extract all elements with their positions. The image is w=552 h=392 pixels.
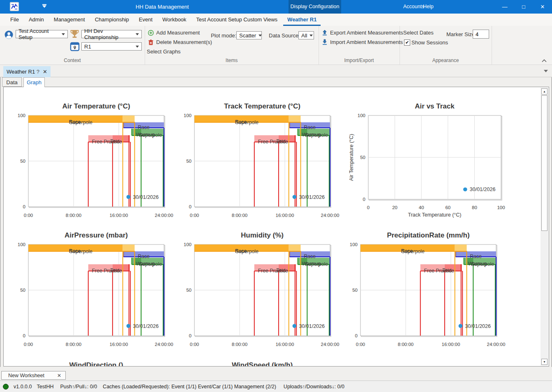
menu-item-event[interactable]: Event (134, 14, 157, 26)
session-label: Race (470, 254, 482, 259)
y-axis-label: Air Temperature (°C) (349, 134, 354, 181)
add-measurement-label: Add Measurement (156, 30, 200, 36)
tab-data[interactable]: Data (2, 77, 22, 87)
x-tick-label: 0:00 (356, 342, 365, 347)
plot-mode-select[interactable]: Scatter (236, 31, 262, 39)
session-label: Test (110, 138, 120, 144)
application-window: { "window": { "title": "HH Data Manageme… (0, 0, 552, 392)
data-source-select[interactable]: All (298, 31, 314, 39)
session-label: Race (138, 254, 150, 259)
measurement-date-label: 30/01/2026 (133, 194, 159, 200)
measurement-date-label: 30/01/2026 (299, 194, 325, 200)
minimize-button[interactable]: — (495, 0, 514, 14)
y-tick-label: 100 (18, 113, 25, 118)
account-select-value: Test Account Setup (18, 28, 59, 40)
y-tick-label: 0 (363, 197, 365, 202)
select-graphs-button[interactable]: Select Graphs (147, 48, 180, 55)
maximize-button[interactable]: □ (514, 0, 533, 14)
chevron-down-icon (309, 35, 313, 37)
delete-measurement-label: Delete Measurement(s) (156, 39, 212, 45)
worksheet-tab[interactable]: New Worksheet ✕ (1, 371, 66, 380)
measurement-point[interactable] (463, 187, 467, 191)
scroll-thumb[interactable] (541, 95, 547, 231)
menu-item-championship[interactable]: Championship (90, 14, 134, 26)
vertical-scrollbar[interactable]: ▲ ▼ (540, 88, 548, 366)
session-label: Test (276, 138, 286, 144)
select-graphs-label: Select Graphs (147, 48, 180, 55)
display-configuration-context-tab[interactable]: Display Configuration (289, 0, 341, 14)
session-label: Test (110, 267, 120, 273)
help-menu[interactable]: Help (423, 0, 434, 14)
show-sessions-checkbox[interactable]: ✔ (404, 39, 410, 46)
y-tick-label: 50 (20, 159, 25, 164)
y-tick-label: 50 (186, 159, 192, 164)
session-label: Superpole (139, 132, 162, 138)
account-select[interactable]: Test Account Setup (16, 30, 68, 38)
session-band (289, 115, 301, 122)
doc-tab-weather-r1[interactable]: Weather R1 ? ✕ (3, 66, 51, 77)
menu-item-management[interactable]: Management (49, 14, 90, 26)
import-ambient-measurements-button[interactable]: Import Ambient Measurements (322, 39, 403, 45)
doc-tab-close-button[interactable]: ✕ (43, 69, 47, 75)
menubar: FileAdminManagementChampionshipEventWork… (0, 14, 552, 26)
connection-status-icon (3, 384, 9, 390)
session-label: Superpole (236, 120, 259, 125)
event-select-value: R1 (84, 44, 91, 50)
session-label: Superpole (305, 132, 328, 138)
measurement-point[interactable] (293, 324, 297, 328)
app-logo-icon (10, 2, 19, 11)
y-tick-label: 50 (186, 288, 192, 293)
y-tick-label: 0 (189, 333, 192, 338)
ribbon-collapse-button[interactable] (541, 58, 547, 62)
tab-graph[interactable]: Graph (23, 77, 45, 87)
status-caches: Caches (Loaded/Requested): Event (1/1) E… (103, 384, 276, 390)
x-tick-label: 0 (367, 205, 370, 210)
worksheet-tab-close-button[interactable]: ✕ (57, 373, 61, 378)
scroll-down-button[interactable]: ▼ (541, 359, 547, 365)
close-button[interactable]: ✕ (533, 0, 552, 14)
ribbon-group-items: Add Measurement Delete Measurement(s) Se… (145, 26, 319, 65)
delete-measurement-button[interactable]: Delete Measurement(s) (148, 39, 212, 45)
measurement-point[interactable] (293, 195, 297, 199)
data-source-label: Data Source: (269, 32, 300, 39)
delete-trash-icon (148, 39, 154, 45)
menu-item-test-account-setup-custom-views[interactable]: Test Account Setup Custom Views (191, 14, 282, 26)
measurement-point[interactable] (127, 195, 131, 199)
measurement-point[interactable] (127, 324, 131, 328)
plot-mode-value: Scatter (239, 32, 256, 39)
championship-select[interactable]: HH Dev Championship (81, 30, 142, 38)
show-sessions-label: Show Sessions (411, 39, 448, 46)
measurement-date-label: 30/01/2026 (299, 323, 325, 329)
ribbon-group-label: Items (145, 58, 319, 63)
x-tick-label: 16:00:00 (276, 342, 294, 347)
menu-item-weather-r1[interactable]: Weather R1 (282, 14, 321, 26)
doc-tab-help-button[interactable]: ? (37, 69, 39, 75)
app-icon[interactable] (10, 2, 19, 11)
add-measurement-button[interactable]: Add Measurement (148, 30, 200, 36)
select-dates-button[interactable]: Select Dates (403, 30, 434, 36)
x-tick-label: 60 (445, 205, 450, 210)
graph-panel: Air Temperature (°C)RaceSuperpoleRaceWar… (3, 87, 549, 367)
measurement-point[interactable] (459, 324, 463, 328)
menu-item-file[interactable]: File (5, 14, 24, 26)
event-select[interactable]: R1 (81, 42, 142, 51)
doc-tab-title: Weather R1 (7, 69, 35, 75)
menu-item-admin[interactable]: Admin (24, 14, 49, 26)
marker-size-input[interactable] (473, 30, 489, 39)
y-tick-label: 50 (360, 155, 365, 160)
accounts-menu[interactable]: Accounts (403, 0, 424, 14)
import-down-arrow-icon (322, 39, 328, 45)
menu-item-workbook[interactable]: Workbook (157, 14, 191, 26)
chart-title: PrecipitationRate (mm/h) (387, 231, 469, 239)
tab-list-dropdown-icon[interactable] (544, 70, 548, 72)
session-label: Superpole (471, 261, 494, 267)
quick-access-dropdown-icon[interactable] (42, 5, 46, 8)
export-ambient-measurements-button[interactable]: Export Ambient Measurements (322, 30, 403, 36)
scroll-up-button[interactable]: ▲ (541, 88, 547, 95)
x-tick-label: 40 (419, 205, 424, 210)
chart-title: WindDirection () (69, 361, 123, 367)
y-tick-label: 0 (23, 333, 25, 338)
data-source-value: All (301, 32, 307, 39)
y-tick-label: 100 (350, 242, 358, 247)
document-tab-strip: Weather R1 ? ✕ (0, 65, 552, 77)
